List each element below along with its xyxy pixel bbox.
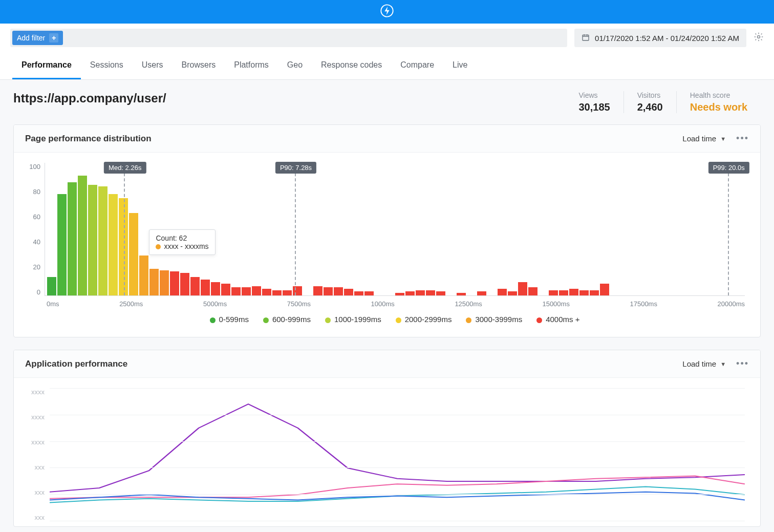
histogram-plot[interactable]: Med: 2.26sP90: 7.28sP99: 20.0sCount: 62x…: [45, 163, 745, 296]
stat-health-label: Health score: [690, 91, 747, 99]
filter-row: Add filter + 01/17/2020 1:52 AM - 01/24/…: [0, 24, 774, 52]
histogram-bar[interactable]: [139, 256, 148, 295]
stat-views-value: 30,185: [579, 101, 610, 113]
metric-dropdown[interactable]: Load time ▼: [682, 134, 726, 143]
filter-input-area[interactable]: Add filter +: [10, 29, 567, 47]
histogram-bar[interactable]: [313, 286, 322, 295]
tab-performance[interactable]: Performance: [12, 52, 81, 79]
stat-visitors-label: Visitors: [637, 91, 663, 99]
bolt-logo-icon: [380, 4, 394, 20]
histogram-bar[interactable]: [283, 290, 292, 295]
marker-p90: P90: 7.28s: [295, 163, 296, 295]
histogram-bar[interactable]: [477, 291, 486, 295]
histogram-bar[interactable]: [364, 291, 374, 295]
histogram-bar[interactable]: [180, 273, 189, 295]
histogram-bar[interactable]: [600, 284, 609, 295]
line-chart-area: xxxxxxxxxxxxxxxxxxxxx: [14, 378, 760, 526]
nav-tabs: PerformanceSessionsUsersBrowsersPlatform…: [0, 52, 774, 80]
stat-visitors-value: 2,460: [637, 101, 663, 113]
histogram-bar[interactable]: [78, 176, 87, 295]
panel-controls-app-perf: Load time ▼ •••: [682, 358, 749, 369]
tab-live[interactable]: Live: [443, 52, 477, 79]
histogram-bar[interactable]: [508, 291, 517, 295]
tab-response-codes[interactable]: Response codes: [312, 52, 391, 79]
histogram-bar[interactable]: [201, 280, 210, 295]
tab-browsers[interactable]: Browsers: [173, 52, 225, 79]
panel-title-page-perf: Page performance distribution: [25, 134, 152, 144]
caret-down-icon: ▼: [720, 361, 726, 367]
histogram-bar[interactable]: [324, 287, 333, 295]
panel-page-perf: Page performance distribution Load time …: [13, 124, 761, 337]
legend-item[interactable]: 0-599ms: [210, 315, 249, 324]
histogram-bar[interactable]: [272, 290, 282, 295]
tab-geo[interactable]: Geo: [278, 52, 312, 79]
histogram-bar[interactable]: [98, 186, 107, 295]
tab-users[interactable]: Users: [133, 52, 173, 79]
legend-item[interactable]: 3000-3999ms: [466, 315, 522, 324]
histogram-bar[interactable]: [559, 290, 568, 295]
histogram-bar[interactable]: [569, 289, 578, 295]
date-range-picker[interactable]: 01/17/2020 1:52 AM - 01/24/2020 1:52 AM: [574, 29, 746, 47]
panel-app-perf: Application performance Load time ▼ ••• …: [13, 350, 761, 527]
histogram-bar[interactable]: [242, 287, 251, 295]
histogram-bar[interactable]: [416, 290, 425, 295]
legend-item[interactable]: 600-999ms: [263, 315, 311, 324]
histogram-bar[interactable]: [549, 290, 558, 295]
legend-item[interactable]: 1000-1999ms: [325, 315, 381, 324]
histogram-bar[interactable]: [426, 290, 435, 295]
histogram-bar[interactable]: [354, 291, 363, 295]
histogram-bar[interactable]: [518, 282, 527, 295]
histogram-bar[interactable]: [528, 287, 538, 295]
histogram-bar[interactable]: [334, 287, 343, 295]
metric-dropdown-2[interactable]: Load time ▼: [682, 359, 726, 368]
histogram-bar[interactable]: [590, 290, 599, 295]
marker-p99-label: P99: 20.0s: [708, 162, 749, 174]
histogram-bar[interactable]: [170, 271, 179, 295]
legend-item[interactable]: 4000ms +: [536, 315, 579, 324]
histogram-bar[interactable]: [498, 289, 507, 295]
histogram-bar[interactable]: [57, 194, 67, 295]
svg-point-2: [758, 36, 760, 38]
line-grid: [50, 388, 745, 521]
histogram-bar[interactable]: [129, 213, 138, 295]
histogram-bar[interactable]: [579, 290, 589, 295]
line-plot[interactable]: [50, 388, 745, 521]
histogram-bar[interactable]: [109, 194, 118, 295]
histogram-bar[interactable]: [68, 182, 77, 295]
add-filter-label: Add filter: [17, 34, 45, 42]
settings-button[interactable]: [754, 32, 764, 44]
histogram-bar[interactable]: [211, 282, 220, 295]
histogram-bar[interactable]: [436, 291, 445, 295]
svg-rect-1: [583, 35, 589, 40]
histogram-bar[interactable]: [231, 287, 241, 295]
histogram-bar[interactable]: [293, 286, 302, 295]
panel-title-app-perf: Application performance: [25, 359, 127, 369]
histogram-bar[interactable]: [395, 293, 404, 295]
histogram-bar[interactable]: [160, 270, 169, 295]
panel-head-app-perf: Application performance Load time ▼ •••: [14, 350, 760, 378]
stat-health: Health score Needs work: [676, 91, 761, 113]
histogram-bar[interactable]: [221, 284, 230, 295]
metric-dropdown-2-label: Load time: [682, 359, 716, 368]
histogram-bar[interactable]: [252, 286, 261, 295]
histogram-bar[interactable]: [88, 185, 97, 295]
histogram-bar[interactable]: [457, 293, 466, 295]
legend-item[interactable]: 2000-2999ms: [396, 315, 452, 324]
histogram-bar[interactable]: [119, 198, 128, 295]
panel-more-button[interactable]: •••: [736, 133, 749, 144]
panel-more-button-2[interactable]: •••: [736, 358, 749, 369]
histogram-bar[interactable]: [149, 269, 159, 295]
marker-p90-label: P90: 7.28s: [275, 162, 316, 174]
histogram-bar[interactable]: [344, 289, 353, 295]
add-filter-button[interactable]: Add filter +: [12, 31, 63, 45]
histogram-bar[interactable]: [262, 289, 271, 295]
histogram-bar[interactable]: [405, 291, 415, 295]
histogram-bar[interactable]: [190, 277, 200, 295]
histogram-y-axis: 100806040200: [25, 163, 40, 296]
tab-platforms[interactable]: Platforms: [225, 52, 278, 79]
tab-compare[interactable]: Compare: [391, 52, 443, 79]
histogram-bar[interactable]: [47, 277, 56, 295]
page-body: https://app.company/user/ Views 30,185 V…: [0, 80, 774, 532]
panel-head-page-perf: Page performance distribution Load time …: [14, 125, 760, 153]
tab-sessions[interactable]: Sessions: [81, 52, 133, 79]
